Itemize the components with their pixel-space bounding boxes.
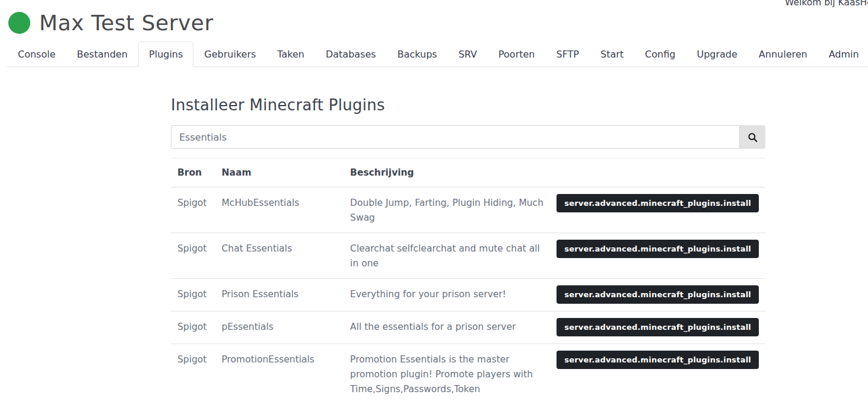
page-title: Max Test Server [39,11,214,35]
cell-naam: McHubEssentials [215,187,344,233]
column-header-naam: Naam [215,158,344,187]
main-content: Installeer Minecraft Plugins Bron Naam B… [171,96,765,404]
plugins-table-body: SpigotMcHubEssentialsDouble Jump, Fartin… [171,187,765,404]
cell-beschrijving: Promotion Essentials is the master promo… [344,344,550,404]
plugins-table: Bron Naam Beschrijving SpigotMcHubEssent… [171,158,765,404]
cell-naam: Prison Essentials [215,279,344,311]
table-row: SpigotPromotionEssentialsPromotion Essen… [171,344,765,404]
tab-srv[interactable]: SRV [448,42,488,67]
tab-gebruikers[interactable]: Gebruikers [193,42,266,67]
cell-beschrijving: Everything for your prison server! [344,279,550,311]
cell-action: server.advanced.minecraft_plugins.instal… [550,233,765,279]
tab-bestanden[interactable]: Bestanden [66,42,139,67]
column-header-beschrijving: Beschrijving [344,158,550,187]
cell-action: server.advanced.minecraft_plugins.instal… [550,344,765,404]
cell-beschrijving: Double Jump, Farting, Plugin Hiding, Muc… [344,187,550,233]
tab-config[interactable]: Config [634,42,686,67]
section-title: Installeer Minecraft Plugins [171,96,765,114]
column-header-bron: Bron [171,158,215,187]
search-icon [747,132,758,143]
tab-plugins[interactable]: Plugins [138,42,193,67]
cell-bron: Spigot [171,311,215,344]
tab-console[interactable]: Console [7,42,66,67]
plugin-search-group [171,125,765,149]
cell-beschrijving: All the essentials for a prison server [344,311,550,344]
cell-action: server.advanced.minecraft_plugins.instal… [550,279,765,311]
cell-action: server.advanced.minecraft_plugins.instal… [550,311,765,344]
cell-naam: PromotionEssentials [215,344,344,404]
table-header-row: Bron Naam Beschrijving [171,158,765,187]
server-status-icon [8,12,30,34]
install-button[interactable]: server.advanced.minecraft_plugins.instal… [557,240,759,258]
cell-bron: Spigot [171,344,215,404]
install-button[interactable]: server.advanced.minecraft_plugins.instal… [557,194,759,212]
cell-bron: Spigot [171,279,215,311]
tab-bar: ConsoleBestandenPluginsGebruikersTakenDa… [7,42,868,67]
tab-poorten[interactable]: Poorten [488,42,546,67]
table-row: SpigotPrison EssentialsEverything for yo… [171,279,765,311]
site-header: Max Test Server [0,0,868,36]
install-button[interactable]: server.advanced.minecraft_plugins.instal… [557,351,759,369]
table-row: SpigotMcHubEssentialsDouble Jump, Fartin… [171,187,765,233]
cell-naam: Chat Essentials [215,233,344,279]
tab-admin[interactable]: Admin [818,42,868,67]
tab-sftp[interactable]: SFTP [545,42,590,67]
tab-upgrade[interactable]: Upgrade [686,42,748,67]
cell-bron: Spigot [171,187,215,233]
tab-backups[interactable]: Backups [387,42,448,67]
cell-bron: Spigot [171,233,215,279]
tab-databases[interactable]: Databases [315,42,387,67]
table-row: SpigotChat EssentialsClearchat selfclear… [171,233,765,279]
tab-annuleren[interactable]: Annuleren [748,42,818,67]
welcome-text: Welkom bij KaasHo [785,0,868,8]
column-header-action [550,158,765,187]
tab-taken[interactable]: Taken [266,42,315,67]
cell-naam: pEssentials [215,311,344,344]
tab-start[interactable]: Start [590,42,634,67]
install-button[interactable]: server.advanced.minecraft_plugins.instal… [557,318,759,336]
search-button[interactable] [740,125,765,149]
install-button[interactable]: server.advanced.minecraft_plugins.instal… [557,285,759,304]
table-row: SpigotpEssentialsAll the essentials for … [171,311,765,344]
cell-action: server.advanced.minecraft_plugins.instal… [550,187,765,233]
cell-beschrijving: Clearchat selfclearchat and mute chat al… [344,233,550,279]
search-input[interactable] [171,125,740,149]
